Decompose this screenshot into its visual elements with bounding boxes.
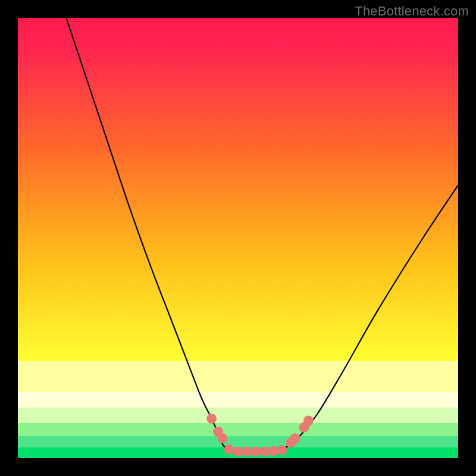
marker-dot bbox=[242, 446, 252, 456]
marker-dot bbox=[259, 446, 270, 456]
marker-dot bbox=[218, 433, 228, 443]
bottleneck-curve bbox=[66, 18, 458, 452]
marker-dot bbox=[303, 416, 314, 426]
marker-dot bbox=[233, 446, 243, 456]
watermark-text: TheBottleneck.com bbox=[355, 4, 469, 19]
marker-dot bbox=[268, 446, 278, 456]
marker-dot bbox=[224, 444, 234, 455]
chart-frame: TheBottleneck.com bbox=[0, 0, 476, 476]
marker-dot bbox=[290, 433, 300, 443]
curve-layer bbox=[18, 18, 458, 458]
curve-markers bbox=[206, 414, 314, 457]
marker-dot bbox=[250, 446, 261, 456]
marker-dot bbox=[206, 414, 217, 424]
plot-area bbox=[18, 18, 458, 458]
marker-dot bbox=[277, 445, 287, 455]
